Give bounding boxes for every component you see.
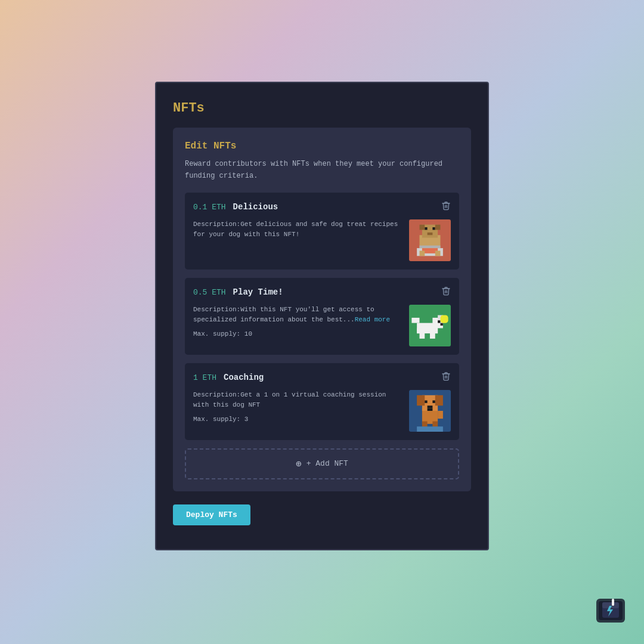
- plus-icon: ⊕: [296, 458, 302, 470]
- page-title: NFTs: [173, 101, 471, 116]
- svg-rect-22: [441, 315, 448, 323]
- read-more-link-playtime[interactable]: Read more: [355, 316, 390, 323]
- delete-button-delicious[interactable]: [441, 201, 451, 213]
- svg-rect-25: [417, 395, 425, 405]
- nft-card-header-delicious: 0.1 ETH Delicious: [193, 201, 451, 213]
- svg-rect-5: [420, 224, 425, 230]
- nft-image-playtime: [409, 305, 451, 346]
- add-nft-button[interactable]: ⊕ + Add NFT: [185, 448, 459, 479]
- nft-supply-playtime: Max. supply: 10: [193, 330, 403, 338]
- svg-rect-21: [432, 328, 438, 333]
- delete-button-coaching[interactable]: [441, 371, 451, 384]
- svg-rect-31: [430, 408, 432, 410]
- nft-name-delicious: Delicious: [233, 202, 278, 212]
- edit-panel: Edit NFTs Reward contributors with NFTs …: [173, 128, 471, 491]
- svg-rect-11: [435, 250, 441, 256]
- svg-rect-28: [432, 400, 435, 402]
- svg-rect-26: [435, 395, 443, 405]
- edit-panel-title: Edit NFTs: [185, 141, 459, 151]
- logo-badge: [594, 594, 627, 627]
- svg-rect-32: [438, 411, 443, 419]
- svg-rect-10: [420, 250, 425, 256]
- main-window: NFTs Edit NFTs Reward contributors with …: [155, 82, 489, 550]
- edit-panel-description: Reward contributors with NFTs when they …: [185, 159, 459, 181]
- delete-button-playtime[interactable]: [441, 286, 451, 299]
- nft-price-delicious: 0.1 ETH: [193, 203, 226, 212]
- nft-price-coaching: 1 ETH: [193, 373, 216, 382]
- nft-price-playtime: 0.5 ETH: [193, 288, 226, 297]
- svg-rect-30: [428, 408, 430, 410]
- nft-image-delicious: [409, 219, 451, 261]
- nft-supply-coaching: Max. supply: 3: [193, 416, 403, 423]
- nft-desc-playtime: Description:With this NFT you'll get acc…: [193, 305, 403, 326]
- nft-card-header-coaching: 1 ETH Coaching: [193, 371, 451, 384]
- svg-rect-3: [432, 227, 435, 230]
- svg-rect-6: [435, 224, 441, 230]
- svg-rect-15: [438, 320, 440, 323]
- svg-rect-40: [612, 599, 614, 606]
- nft-card-coaching: 1 ETH Coaching Description:Get a 1 on 1 …: [185, 363, 459, 440]
- svg-rect-8: [420, 245, 441, 247]
- svg-rect-4: [428, 233, 433, 235]
- svg-rect-17: [411, 318, 419, 323]
- nft-card-header-playtime: 0.5 ETH Play Time!: [193, 286, 451, 299]
- svg-rect-16: [441, 323, 443, 325]
- nft-card-playtime: 0.5 ETH Play Time! Description: [185, 278, 459, 355]
- svg-rect-29: [428, 405, 433, 408]
- svg-rect-35: [417, 426, 443, 432]
- deploy-nfts-button[interactable]: Deploy NFTs: [173, 504, 250, 525]
- svg-rect-27: [425, 400, 427, 402]
- nft-image-coaching: [409, 390, 451, 432]
- nft-card-delicious: 0.1 ETH Delicious Description:Get delici…: [185, 193, 459, 270]
- nft-desc-delicious: Description:Get delicious and safe dog t…: [193, 219, 403, 240]
- svg-rect-2: [425, 227, 427, 230]
- svg-rect-20: [417, 328, 422, 333]
- nft-name-coaching: Coaching: [224, 373, 264, 382]
- nft-name-playtime: Play Time!: [233, 287, 283, 297]
- nft-desc-coaching: Description:Get a 1 on 1 virtual coachin…: [193, 390, 403, 411]
